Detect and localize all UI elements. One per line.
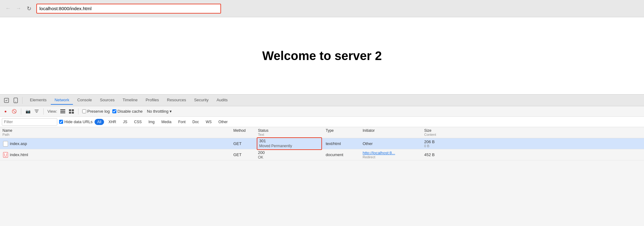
throttle-dropdown[interactable]: No throttling ▾ <box>145 108 174 114</box>
hide-data-urls-checkbox[interactable]: Hide data URLs <box>59 119 93 124</box>
nav-buttons: ← → ↻ <box>4 4 33 13</box>
inspect-icon[interactable] <box>3 97 10 104</box>
preserve-log-checkbox[interactable]: Preserve log <box>82 109 110 114</box>
svg-rect-4 <box>60 111 65 112</box>
row2-initiator-link[interactable]: http://localhost:8... <box>363 151 419 155</box>
row1-status-cell: 301 Moved Permanently <box>256 137 323 150</box>
forward-button[interactable]: → <box>14 4 23 13</box>
tab-security[interactable]: Security <box>190 96 212 105</box>
group-view-icon[interactable] <box>68 108 74 115</box>
table-header: Name Path Method Status Text Type Initia… <box>0 127 644 138</box>
row1-filename: index.asp <box>10 141 27 146</box>
row2-size: 452 B <box>424 152 456 157</box>
tab-sources[interactable]: Sources <box>96 96 119 105</box>
col-type-main: Type <box>326 128 358 133</box>
status-highlight-box: 301 Moved Permanently <box>257 137 322 150</box>
devtools-icon-group <box>3 97 22 104</box>
tab-audits[interactable]: Audits <box>213 96 231 105</box>
hide-data-urls-label: Hide data URLs <box>64 119 93 124</box>
toolbar-divider-2 <box>43 108 44 115</box>
preserve-log-label: Preserve log <box>87 109 110 114</box>
filter-font-button[interactable]: Font <box>176 119 188 125</box>
row1-method: GET <box>231 141 256 146</box>
throttle-label: No throttling <box>147 109 168 114</box>
filter-icon[interactable] <box>34 108 40 115</box>
svg-rect-7 <box>72 109 74 111</box>
table-row[interactable]: index.html GET 200 OK document http://lo… <box>0 149 644 160</box>
browser-chrome: ← → ↻ <box>0 0 644 17</box>
list-view-icon[interactable] <box>60 108 66 115</box>
row1-size: 206 B <box>424 139 456 144</box>
col-status-sub: Text <box>258 133 321 136</box>
row2-file-icon <box>2 152 9 158</box>
row2-method: GET <box>231 152 256 157</box>
tab-network[interactable]: Network <box>51 96 73 105</box>
tab-resources[interactable]: Resources <box>163 96 190 105</box>
col-name-sub: Path <box>2 133 228 136</box>
record-icon[interactable]: ● <box>2 108 9 115</box>
row1-initiator: Other <box>360 141 422 146</box>
row2-filename: index.html <box>10 152 28 157</box>
dropdown-arrow-icon: ▾ <box>170 109 172 114</box>
html-file-icon <box>3 152 8 158</box>
col-size-sub: Content <box>424 133 456 136</box>
tab-elements[interactable]: Elements <box>26 96 50 105</box>
disable-cache-checkbox[interactable]: Disable cache <box>112 109 143 114</box>
filter-input[interactable] <box>2 118 57 126</box>
col-method-main: Method <box>233 128 253 133</box>
svg-point-2 <box>15 102 16 102</box>
address-bar[interactable] <box>36 4 221 14</box>
filter-ws-button[interactable]: WS <box>203 119 214 125</box>
row1-size-cell: 206 B 0 B <box>422 139 459 148</box>
filter-img-button[interactable]: Img <box>146 119 157 125</box>
filter-media-button[interactable]: Media <box>159 119 174 125</box>
svg-rect-6 <box>69 109 71 111</box>
row2-initiator-cell: http://localhost:8... Redirect <box>360 151 422 159</box>
filter-js-button[interactable]: JS <box>120 119 130 125</box>
asp-file-icon <box>3 141 8 147</box>
back-button[interactable]: ← <box>4 4 12 13</box>
svg-rect-5 <box>60 112 65 113</box>
disable-cache-input[interactable] <box>112 109 116 113</box>
clear-icon[interactable]: 🚫 <box>11 108 17 115</box>
hide-data-urls-input[interactable] <box>59 120 63 124</box>
col-header-method: Method <box>231 128 256 133</box>
toolbar-divider-1 <box>21 108 21 115</box>
svg-rect-3 <box>60 109 65 110</box>
address-bar-wrapper <box>36 4 221 14</box>
mobile-icon[interactable] <box>12 97 19 104</box>
col-header-status: Status Text <box>256 128 323 136</box>
filter-other-button[interactable]: Other <box>216 119 230 125</box>
row2-initiator-sub: Redirect <box>363 155 419 159</box>
row1-content: 0 B <box>424 144 456 148</box>
row2-status-code: 200 <box>258 150 265 155</box>
col-header-type: Type <box>323 128 360 133</box>
col-header-initiator: Initiator <box>360 128 422 133</box>
network-table: Name Path Method Status Text Type Initia… <box>0 127 644 226</box>
filter-bar: Hide data URLs All XHR JS CSS Img Media … <box>0 117 644 127</box>
row1-status-text: Moved Permanently <box>259 144 320 149</box>
row1-status-code: 301 <box>259 139 320 144</box>
filter-css-button[interactable]: CSS <box>131 119 144 125</box>
svg-rect-9 <box>72 112 74 114</box>
preserve-log-input[interactable] <box>82 109 86 113</box>
col-header-name: Name Path <box>0 128 231 136</box>
svg-rect-8 <box>69 112 71 114</box>
col-initiator-main: Initiator <box>363 128 419 133</box>
table-row[interactable]: index.asp GET 301 Moved Permanently text… <box>0 138 644 149</box>
filter-doc-button[interactable]: Doc <box>190 119 201 125</box>
filter-xhr-button[interactable]: XHR <box>106 119 119 125</box>
tab-profiles[interactable]: Profiles <box>142 96 163 105</box>
refresh-button[interactable]: ↻ <box>25 4 33 13</box>
tab-timeline[interactable]: Timeline <box>119 96 141 105</box>
filter-all-button[interactable]: All <box>95 119 104 125</box>
devtools-panel: Elements Network Console Sources Timelin… <box>0 94 644 226</box>
col-size-main: Size <box>424 128 456 133</box>
row1-type: text/html <box>323 141 360 146</box>
camera-icon[interactable]: 📷 <box>25 108 31 115</box>
row2-type: document <box>323 152 360 157</box>
tab-console[interactable]: Console <box>74 96 96 105</box>
row1-file-icon <box>2 141 9 147</box>
view-label: View: <box>47 109 57 114</box>
page-heading: Welcome to server 2 <box>262 49 382 63</box>
